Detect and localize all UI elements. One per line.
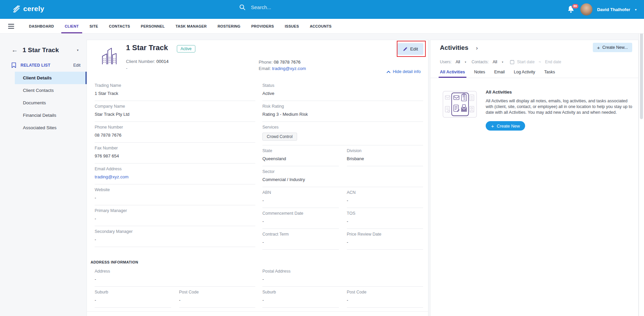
users-filter-label: Users: [440, 60, 452, 64]
field-value: Active [262, 91, 423, 96]
plus-icon: + [491, 124, 494, 129]
notification-badge: 89 [572, 3, 579, 9]
back-arrow-icon[interactable]: ← [11, 46, 18, 54]
hide-detail-link[interactable]: Hide detail info [387, 69, 421, 74]
app-logo[interactable]: cerely [12, 4, 44, 13]
sidebar-item-financial-details[interactable]: Financial Details [15, 109, 87, 121]
scrollbar-track[interactable] [639, 19, 644, 316]
field-value: - [262, 240, 339, 245]
sidebar-item-documents[interactable]: Documents [15, 97, 87, 109]
users-filter-caret-icon[interactable]: ▾ [465, 61, 466, 64]
tab-site[interactable]: SITE [84, 19, 104, 33]
menu-icon[interactable] [8, 19, 14, 33]
field-value: Commercial / Industry [262, 177, 423, 182]
activities-tab-email[interactable]: Email [494, 70, 505, 78]
sidebar-item-client-contacts[interactable]: Client Contacts [15, 84, 87, 97]
tab-rostering[interactable]: ROSTERING [212, 19, 246, 33]
field-status: StatusActive [262, 83, 423, 101]
sidebar-item-associated-sites[interactable]: Associated Sites [15, 121, 87, 134]
field-label: Sector [262, 169, 423, 174]
address-section-title: ADDRESS INFORMATION [91, 260, 428, 264]
field-row: Address- [95, 269, 255, 287]
tab-client[interactable]: CLIENT [59, 19, 84, 33]
field-row: StateQueenslandDivisionBrisbane [262, 148, 423, 166]
field-row: Postal Address- [262, 269, 423, 287]
tab-providers[interactable]: PROVIDERS [246, 19, 280, 33]
tab-accounts[interactable]: ACCOUNTS [304, 19, 337, 33]
sidebar-caret-down-icon[interactable]: ▾ [77, 48, 78, 52]
activities-chevron-right-icon[interactable]: › [476, 45, 478, 51]
field-suburb: Suburb- [262, 290, 339, 308]
client-number-label: Client Number: [126, 59, 155, 64]
app-root: cerely Search... 89 David Thalhofer ▾ [0, 0, 644, 316]
field-value: - [347, 297, 423, 303]
field-services: ServicesCrowd Control [262, 125, 423, 145]
create-new-button-small[interactable]: + Create New... [593, 43, 633, 52]
client-details-card: 1 Star Track Active Client Number: 00014… [87, 40, 428, 316]
field-row: Website- [95, 187, 255, 205]
pencil-icon [403, 47, 408, 51]
sidebar-item-client-details[interactable]: Client Details [15, 72, 87, 84]
field-value: - [95, 277, 255, 282]
tab-dashboard[interactable]: DASHBOARD [24, 19, 59, 33]
user-name[interactable]: David Thalhofer [597, 7, 630, 12]
email-value[interactable]: trading@xyz.com [272, 66, 306, 71]
avatar[interactable] [580, 3, 592, 15]
activities-tab-log-activity[interactable]: Log Activity [514, 70, 535, 78]
field-state: StateQueensland [262, 148, 339, 166]
tab-task-manager[interactable]: TASK MANAGER [170, 19, 212, 33]
field-post-code: Post Code- [347, 290, 423, 308]
activities-tabs: All ActivitiesNotesEmailLog ActivityTask… [440, 70, 638, 78]
contacts-filter-caret-icon[interactable]: ▾ [502, 61, 503, 64]
related-list-title: RELATED LIST [21, 63, 73, 68]
notifications-button[interactable]: 89 [567, 5, 576, 14]
field-trading-name: Trading Name1 Star Track [95, 83, 255, 101]
field-label: Trading Name [95, 83, 255, 88]
field-row: Secondary Manager- [95, 229, 255, 247]
field-row: Trading Name1 Star Track [95, 83, 255, 101]
activities-tab-all-activities[interactable]: All Activities [440, 70, 465, 78]
client-contact-block: Phone: 08 7878 7676 Email: trading@xyz.c… [259, 59, 306, 72]
activities-tab-tasks[interactable]: Tasks [544, 70, 555, 78]
field-row: Risk RatingRating 3 - Medium Risk [262, 104, 423, 122]
field-label: Secondary Manager [95, 229, 255, 234]
field-row: ABN-ACN- [262, 190, 423, 208]
sidebar: ← 1 Star Track ▾ RELATED LIST Edit Clien… [0, 34, 87, 316]
tab-issues[interactable]: ISSUES [279, 19, 304, 33]
activities-tab-notes[interactable]: Notes [474, 70, 485, 78]
field-label: Post Code [347, 290, 423, 294]
end-date-field[interactable]: End date [545, 60, 561, 64]
field-risk-rating: Risk RatingRating 3 - Medium Risk [262, 104, 423, 122]
users-filter-value[interactable]: All [456, 60, 460, 64]
field-website: Website- [95, 187, 255, 205]
user-menu-caret-icon[interactable]: ▾ [635, 8, 637, 11]
details-left-column: Trading Name1 Star TrackCompany NameStar… [95, 83, 255, 253]
field-value[interactable]: trading@xyz.com [95, 174, 255, 180]
date-separator: ~ [539, 60, 541, 64]
field-label: ABN [262, 190, 339, 195]
field-post-code: Post Code- [179, 290, 256, 308]
create-new-button-primary[interactable]: + Create New [486, 121, 525, 131]
tab-personnel[interactable]: PERSONNEL [135, 19, 170, 33]
field-label: Primary Manager [95, 208, 255, 213]
field-label: Status [262, 83, 423, 88]
field-company-name: Company NameStar Track Pty Ltd [95, 104, 255, 122]
field-value: Rating 3 - Medium Risk [262, 112, 423, 117]
global-search[interactable]: Search... [239, 4, 271, 10]
activities-filters: Users: All ▾ Contacts: All ▾ Start date … [440, 60, 638, 64]
field-value: - [262, 219, 339, 224]
related-list-edit-button[interactable]: Edit [73, 63, 80, 68]
field-row: Phone Number08 7878 7676 [95, 125, 255, 143]
field-row: ServicesCrowd Control [262, 125, 423, 145]
empty-state-body: All Activities All Activities will displ… [486, 90, 633, 131]
field-abn: ABN- [262, 190, 339, 208]
edit-button[interactable]: Edit [397, 43, 423, 55]
address-grid: Address-Suburb-Post Code- Postal Address… [95, 269, 423, 311]
contacts-filter-value[interactable]: All [493, 60, 497, 64]
tab-contacts[interactable]: CONTACTS [103, 19, 135, 33]
start-date-field[interactable]: Start date [517, 60, 535, 64]
field-label: Suburb [262, 290, 339, 294]
client-sub-value: - [126, 66, 127, 71]
scrollbar-thumb[interactable] [640, 22, 643, 119]
client-number-line: Client Number: 00014 [126, 59, 168, 64]
